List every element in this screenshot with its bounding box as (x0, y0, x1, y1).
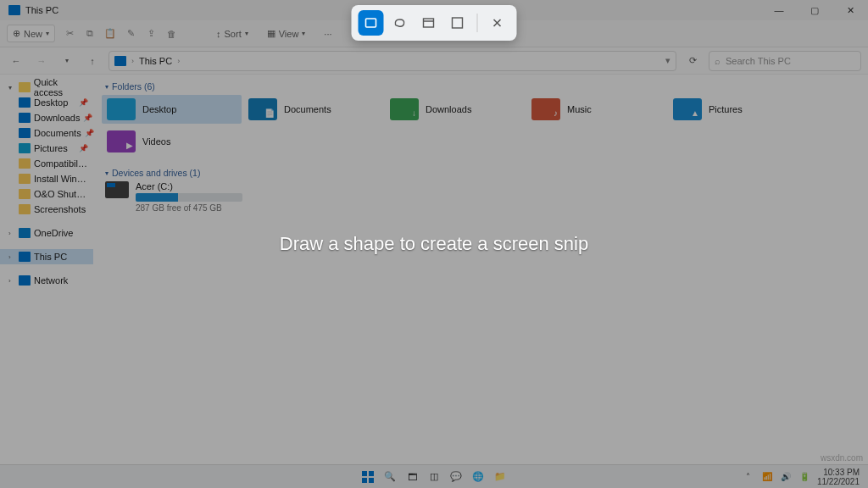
sort-label: Sort (225, 29, 242, 39)
sidebar-item-label: Documents (34, 128, 81, 138)
maximize-button[interactable]: ▢ (797, 0, 832, 20)
forward-button[interactable]: → (32, 52, 51, 70)
battery-icon[interactable]: 🔋 (798, 471, 810, 483)
network-label: Network (34, 275, 68, 286)
sidebar-item-documents[interactable]: Documents 📌 (0, 125, 93, 141)
snip-close-button[interactable] (485, 10, 510, 36)
taskbar: 🔍 🗔 ◫ 💬 🌐 📁 ˄ 📶 🔊 🔋 10:33 PM 11/22/2021 (0, 464, 868, 488)
cut-icon[interactable]: ✂ (64, 28, 75, 40)
start-button[interactable] (360, 469, 376, 485)
folder-music[interactable]: ♪ Music (526, 95, 666, 124)
sidebar-item-pictures[interactable]: Pictures 📌 (0, 141, 93, 156)
sidebar-item-label: Compatibility Mods (34, 158, 88, 169)
window-title: This PC (25, 5, 58, 15)
delete-icon[interactable]: 🗑 (165, 28, 177, 40)
up-button[interactable]: ↑ (83, 52, 102, 70)
sidebar-item-compat[interactable]: Compatibility Mods (0, 156, 93, 171)
task-view-button[interactable]: 🗔 (404, 469, 420, 485)
time-label: 10:33 PM (817, 468, 860, 477)
thispc-label: This PC (34, 252, 67, 262)
refresh-button[interactable]: ⟳ (683, 52, 702, 70)
clock[interactable]: 10:33 PM 11/22/2021 (817, 468, 860, 486)
cloud-icon (19, 228, 31, 238)
snip-mode-rectangular[interactable] (359, 10, 384, 36)
folder-videos[interactable]: ▶ Videos (102, 127, 242, 156)
address-bar[interactable]: › This PC › ▾ (108, 51, 676, 71)
snip-divider (477, 14, 478, 32)
rename-icon[interactable]: ✎ (125, 28, 136, 40)
folders-section-header[interactable]: ▾ Folders (6) (102, 80, 860, 95)
svg-rect-0 (362, 471, 367, 476)
sidebar-item-label: Screenshots (34, 204, 86, 214)
sidebar-item-install[interactable]: Install Windows 11 (0, 171, 93, 186)
share-icon[interactable]: ⇪ (145, 28, 157, 40)
view-button[interactable]: ▦ View ▾ (262, 25, 311, 42)
svg-rect-5 (424, 19, 434, 27)
breadcrumb[interactable]: This PC (139, 56, 172, 66)
chevron-down-icon: ▾ (105, 169, 108, 177)
nav-row: ← → ▾ ↑ › This PC › ▾ ⟳ ⌕ Search This PC (0, 47, 868, 75)
pin-icon: 📌 (83, 114, 92, 122)
back-button[interactable]: ← (7, 52, 25, 70)
watermark: wsxdn.com (821, 453, 863, 463)
drives-section-header[interactable]: ▾ Devices and drives (1) (102, 166, 860, 181)
minimize-button[interactable]: — (761, 0, 797, 20)
chrome-icon[interactable]: 🌐 (470, 469, 486, 485)
recent-button[interactable]: ▾ (58, 52, 76, 70)
sidebar-item-downloads[interactable]: Downloads 📌 (0, 110, 93, 125)
folder-icon (19, 189, 31, 199)
sidebar-onedrive[interactable]: › OneDrive (0, 225, 93, 241)
drives-header-label: Devices and drives (1) (112, 168, 200, 178)
view-icon: ▦ (267, 28, 275, 39)
sort-button[interactable]: ↕ Sort ▾ (211, 26, 253, 42)
folder-desktop[interactable]: Desktop (102, 95, 242, 124)
pictures-folder-icon: ▲ (673, 98, 702, 120)
sidebar-item-screenshots[interactable]: Screenshots (0, 202, 93, 217)
snip-mode-fullscreen[interactable] (445, 10, 470, 36)
folder-icon (19, 174, 31, 184)
folder-downloads[interactable]: ↓ Downloads (385, 95, 525, 124)
search-icon: ⌕ (715, 56, 721, 66)
snip-mode-window[interactable] (416, 10, 442, 36)
search-placeholder: Search This PC (726, 56, 791, 66)
onedrive-label: OneDrive (34, 228, 73, 238)
folder-documents[interactable]: 📄 Documents (243, 95, 383, 124)
sidebar-thispc[interactable]: › This PC (0, 249, 93, 264)
tray-chevron-icon[interactable]: ˄ (743, 471, 754, 483)
drive-name: Acer (C:) (136, 181, 242, 191)
downloads-icon (19, 113, 31, 123)
folder-label: Desktop (142, 104, 176, 114)
more-button[interactable]: ··· (319, 26, 337, 42)
folder-pictures[interactable]: ▲ Pictures (668, 95, 808, 124)
view-label: View (279, 29, 299, 39)
search-input[interactable]: ⌕ Search This PC (709, 51, 861, 71)
star-icon (19, 82, 31, 92)
search-button[interactable]: 🔍 (382, 469, 398, 485)
volume-icon[interactable]: 🔊 (780, 471, 792, 483)
chevron-right-icon: › (8, 253, 15, 261)
desktop-folder-icon (107, 98, 136, 120)
sidebar-item-desktop[interactable]: Desktop 📌 (0, 95, 93, 110)
sort-icon: ↕ (216, 29, 221, 39)
snip-toolbar (352, 5, 517, 41)
paste-icon[interactable]: 📋 (104, 28, 116, 40)
new-button[interactable]: ⊕ New ▾ (7, 25, 55, 42)
folder-icon (19, 204, 31, 214)
explorer-taskbar-icon[interactable]: 📁 (492, 469, 508, 485)
wifi-icon[interactable]: 📶 (761, 471, 773, 483)
address-dropdown[interactable]: ▾ (665, 55, 670, 66)
sidebar-quick-access[interactable]: ▾ Quick access (0, 80, 93, 95)
snip-mode-freeform[interactable] (387, 10, 413, 36)
drive-c[interactable]: Acer (C:) 287 GB free of 475 GB (102, 181, 860, 213)
desktop-icon (19, 97, 31, 108)
pictures-icon (19, 143, 31, 153)
widgets-button[interactable]: ◫ (426, 469, 442, 485)
folder-label: Videos (142, 136, 170, 147)
close-button[interactable]: ✕ (832, 0, 868, 20)
sidebar-item-shutup[interactable]: O&O Shutup Review (0, 186, 93, 202)
sidebar-network[interactable]: › Network (0, 273, 93, 288)
downloads-folder-icon: ↓ (390, 98, 419, 120)
chevron-right-icon: › (177, 57, 180, 65)
copy-icon[interactable]: ⧉ (84, 28, 96, 40)
chat-button[interactable]: 💬 (448, 469, 464, 485)
